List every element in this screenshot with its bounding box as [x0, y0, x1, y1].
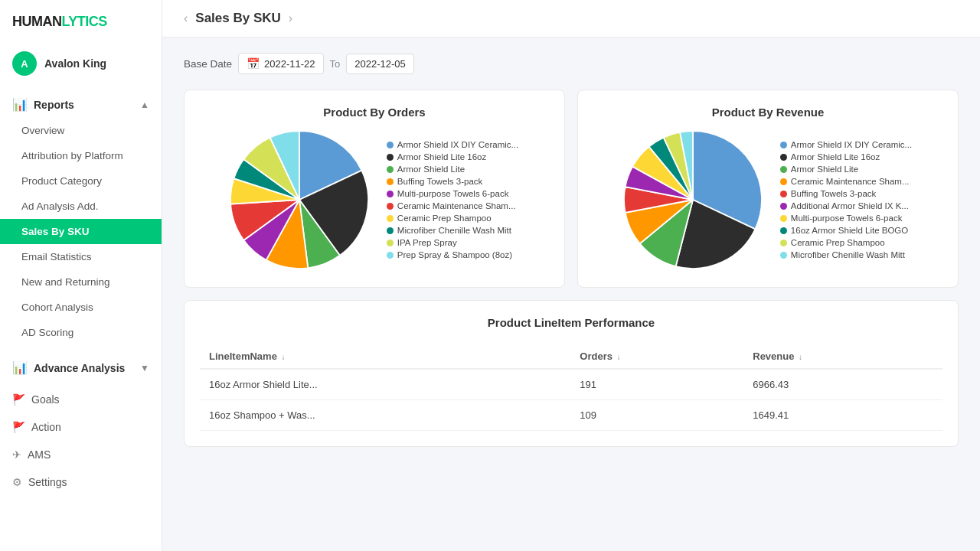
advance-label: Advance Analysis: [34, 362, 125, 374]
legend-item: Armor Shield IX DIY Ceramic...: [387, 140, 518, 149]
performance-card: Product LineItem Performance LineItemNam…: [184, 300, 959, 447]
legend-item: Prep Spray & Shampoo (8oz): [387, 250, 518, 259]
ams-label: AMS: [28, 448, 51, 461]
legend-item: Armor Shield Lite 16oz: [780, 152, 912, 161]
legend-dot: [387, 203, 394, 210]
legend-label: Armor Shield IX DIY Ceramic...: [791, 140, 912, 149]
legend-item: Additional Armor Shield IX K...: [780, 201, 912, 210]
date-filter: Base Date 📅 2022-11-22 To 2022-12-05: [184, 53, 959, 74]
logo-green: LYTICS: [62, 14, 107, 29]
sidebar-item-goals[interactable]: 🚩 Goals: [0, 386, 162, 413]
orders-pie: [230, 131, 368, 272]
legend-dot: [387, 227, 394, 234]
sidebar-item-ad-analysis[interactable]: Ad Analysis Add.: [0, 194, 162, 219]
legend-label: Ceramic Prep Shampoo: [791, 238, 885, 247]
sidebar-item-email-statistics[interactable]: Email Statistics: [0, 244, 162, 269]
table-header-row: LineItemName ↓ Orders ↓ Revenue ↓: [200, 344, 942, 369]
nav-prev[interactable]: ‹: [184, 11, 188, 25]
legend-label: Buffing Towels 3-pack: [397, 177, 482, 186]
sort-revenue-icon: ↓: [799, 353, 802, 361]
legend-label: Multi-purpose Towels 6-pack: [397, 189, 509, 198]
legend-label: Ceramic Maintenance Sham...: [397, 201, 516, 210]
legend-dot: [780, 166, 787, 173]
legend-dot: [780, 240, 787, 246]
legend-item: Armor Shield Lite: [780, 165, 912, 174]
date-to-box[interactable]: 2022-12-05: [346, 54, 414, 74]
legend-label: Ceramic Prep Shampoo: [397, 214, 492, 223]
legend-label: Ceramic Maintenance Sham...: [791, 177, 910, 186]
sidebar-item-ad-scoring[interactable]: AD Scoring: [0, 320, 162, 345]
legend-dot: [387, 215, 394, 222]
revenue-chart-inner: Armor Shield IX DIY Ceramic...Armor Shie…: [593, 131, 942, 272]
legend-dot: [387, 191, 394, 197]
legend-item: IPA Prep Spray: [387, 238, 518, 247]
legend-dot: [780, 191, 787, 197]
advance-analysis-header[interactable]: 📊 Advance Analysis ▼: [0, 354, 162, 381]
orders-legend: Armor Shield IX DIY Ceramic...Armor Shie…: [387, 140, 518, 262]
page-header: ‹ Sales By SKU ›: [162, 0, 980, 37]
legend-dot: [780, 154, 787, 161]
user-profile[interactable]: A Avalon King: [0, 44, 162, 86]
nav-next[interactable]: ›: [289, 11, 292, 25]
reports-section-header[interactable]: 📊 Reports ▲: [0, 91, 162, 118]
reports-icon: 📊: [12, 97, 28, 112]
main-content: Base Date 📅 2022-11-22 To 2022-12-05 Pro…: [162, 37, 980, 551]
legend-dot: [780, 252, 787, 259]
goals-label: Goals: [31, 393, 60, 406]
date-from-box[interactable]: 📅 2022-11-22: [238, 53, 324, 74]
action-icon: 🚩: [12, 421, 25, 433]
date-to-label: To: [330, 58, 341, 70]
col-lineitemnname[interactable]: LineItemName ↓: [200, 344, 570, 369]
calendar-icon: 📅: [247, 57, 260, 70]
legend-label: Prep Spray & Shampoo (8oz): [397, 250, 512, 259]
settings-label: Settings: [28, 476, 67, 488]
main-area: ‹ Sales By SKU › Base Date 📅 2022-11-22 …: [162, 0, 980, 551]
cell-name: 16oz Shampoo + Was...: [200, 400, 570, 431]
col-revenue[interactable]: Revenue ↓: [743, 344, 942, 369]
legend-label: IPA Prep Spray: [397, 238, 457, 247]
legend-label: 16oz Armor Shield Lite BOGO: [791, 226, 908, 235]
sidebar-item-cohort-analysis[interactable]: Cohort Analysis: [0, 295, 162, 320]
legend-dot: [780, 215, 787, 222]
legend-label: Armor Shield Lite: [397, 165, 465, 174]
legend-item: Ceramic Prep Shampoo: [387, 214, 518, 223]
performance-title: Product LineItem Performance: [200, 316, 942, 329]
legend-item: Multi-purpose Towels 6-pack: [780, 214, 912, 223]
revenue-pie: [624, 131, 762, 272]
reports-items: Overview Attribution by Platform Product…: [0, 118, 162, 345]
sort-orders-icon: ↓: [617, 353, 621, 361]
sidebar-item-new-returning[interactable]: New and Returning: [0, 269, 162, 295]
advance-icon: 📊: [12, 360, 28, 375]
sidebar-item-ams[interactable]: ✈ AMS: [0, 441, 162, 468]
legend-dot: [780, 227, 787, 234]
cell-orders: 109: [570, 400, 743, 431]
advance-chevron: ▼: [140, 363, 149, 373]
legend-item: Multi-purpose Towels 6-pack: [387, 189, 518, 198]
revenue-chart-card: Product By Revenue Armor Shield IX DIY C…: [577, 90, 959, 288]
reports-chevron: ▲: [140, 99, 149, 110]
date-from: 2022-11-22: [264, 58, 315, 70]
sidebar-item-product-category[interactable]: Product Category: [0, 168, 162, 194]
legend-dot: [387, 166, 394, 173]
legend-label: Buffing Towels 3-pack: [791, 189, 876, 198]
cell-revenue: 1649.41: [743, 400, 942, 431]
revenue-legend: Armor Shield IX DIY Ceramic...Armor Shie…: [780, 140, 912, 262]
sidebar-item-attribution[interactable]: Attribution by Platform: [0, 143, 162, 168]
sidebar-item-action[interactable]: 🚩 Action: [0, 413, 162, 441]
reports-label: Reports: [34, 99, 74, 111]
col-orders[interactable]: Orders ↓: [570, 344, 743, 369]
legend-label: Multi-purpose Towels 6-pack: [791, 214, 903, 223]
table-row: 16oz Armor Shield Lite... 191 6966.43: [200, 369, 942, 400]
sidebar-item-sales-by-sku[interactable]: Sales By SKU: [0, 219, 162, 244]
legend-item: Armor Shield Lite: [387, 165, 518, 174]
legend-label: Armor Shield Lite 16oz: [791, 152, 880, 161]
date-to: 2022-12-05: [354, 58, 406, 70]
cell-revenue: 6966.43: [743, 369, 942, 400]
sidebar-item-settings[interactable]: ⚙ Settings: [0, 468, 162, 496]
table-row: 16oz Shampoo + Was... 109 1649.41: [200, 400, 942, 431]
legend-label: Armor Shield Lite 16oz: [397, 152, 486, 161]
logo: HUMANLYTICS: [0, 0, 162, 44]
sidebar-item-overview[interactable]: Overview: [0, 118, 162, 143]
orders-chart-inner: Armor Shield IX DIY Ceramic...Armor Shie…: [200, 131, 549, 272]
advance-analysis-section: 📊 Advance Analysis ▼: [0, 350, 162, 386]
